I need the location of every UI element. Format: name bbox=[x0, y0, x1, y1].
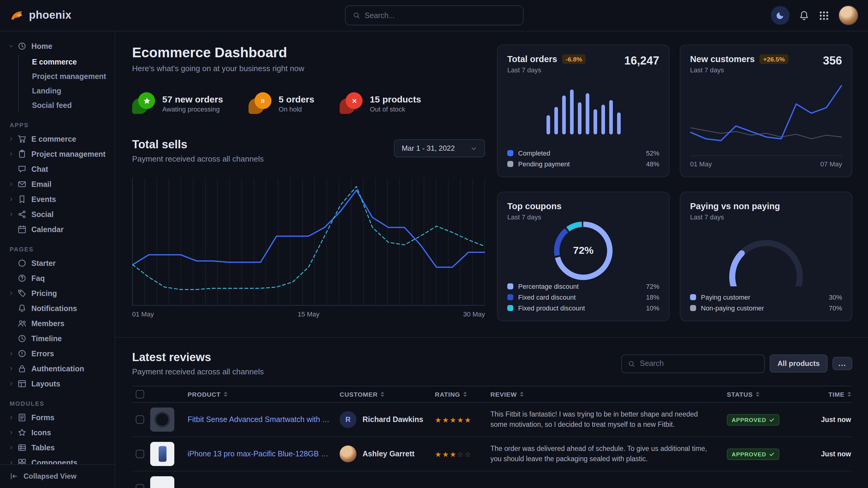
reviews-controls: All products ... bbox=[621, 354, 852, 373]
brand[interactable]: phoenix bbox=[10, 8, 71, 23]
sidebar-item-landing[interactable]: Landing bbox=[32, 84, 115, 98]
total-orders-chart bbox=[507, 73, 659, 150]
x-axis-label: 01 May bbox=[690, 160, 712, 168]
caret-right-icon bbox=[8, 366, 17, 371]
caret-right-icon bbox=[8, 182, 17, 187]
select-all-checkbox[interactable] bbox=[136, 390, 144, 398]
customer-cell: RRichard Dawkins bbox=[340, 411, 435, 428]
stat-subtitle: On hold bbox=[279, 105, 314, 112]
legend-value: 30% bbox=[829, 294, 842, 301]
caret-down-icon bbox=[8, 43, 17, 49]
sidebar-item-e-commerce[interactable]: E commerce bbox=[0, 131, 115, 147]
legend-swatch bbox=[690, 305, 696, 311]
rating-stars: ★★★☆☆ bbox=[435, 450, 472, 459]
legend-label: Percentage discount bbox=[518, 283, 579, 290]
review-time: Just now bbox=[801, 450, 852, 458]
collapsed-view-toggle[interactable]: Collapsed View bbox=[0, 464, 115, 488]
sidebar-item-tables[interactable]: Tables bbox=[0, 440, 115, 455]
sidebar-section-apps: APPS bbox=[10, 122, 115, 128]
question-icon bbox=[18, 274, 27, 283]
sidebar-item-events[interactable]: Events bbox=[0, 192, 115, 207]
legend-value: 72% bbox=[646, 283, 659, 290]
customer-name: Ashley Garrett bbox=[363, 450, 414, 458]
grid4-icon bbox=[18, 458, 27, 464]
rating-stars: ★★★★★ bbox=[435, 416, 472, 424]
more-options-button[interactable]: ... bbox=[832, 357, 852, 370]
sidebar-item-pricing[interactable]: Pricing bbox=[0, 286, 115, 301]
latest-reviews-section: Latest reviews Payment received across a… bbox=[132, 351, 852, 488]
sidebar-item-faq[interactable]: Faq bbox=[0, 271, 115, 286]
paying-period: Last 7 days bbox=[690, 214, 842, 221]
reviews-search-input[interactable] bbox=[640, 359, 758, 368]
sidebar-item-errors[interactable]: Errors bbox=[0, 346, 115, 361]
user-avatar[interactable] bbox=[838, 5, 858, 25]
customer-name: Richard Dawkins bbox=[363, 415, 423, 424]
notifications-button[interactable] bbox=[799, 10, 809, 21]
legend-row: Fixed card discount18% bbox=[507, 294, 659, 301]
new-customers-card: New customers +26.5% Last 7 days 356 01 … bbox=[680, 44, 852, 177]
apps-grid-button[interactable] bbox=[818, 10, 829, 21]
sidebar-item-chat[interactable]: Chat bbox=[0, 162, 115, 176]
review-row: Fitbit Sense Advanced Smartwatch with To… bbox=[132, 403, 852, 437]
sidebar-item-members[interactable]: Members bbox=[0, 316, 115, 331]
row-checkbox[interactable] bbox=[136, 450, 144, 458]
total-orders-badge: -6.8% bbox=[562, 54, 586, 64]
legend-value: 48% bbox=[646, 160, 659, 168]
row-checkbox[interactable] bbox=[136, 415, 144, 424]
sort-icon bbox=[756, 392, 760, 397]
sidebar-item-project-management[interactable]: Project management bbox=[32, 69, 115, 84]
clock-icon bbox=[18, 42, 27, 51]
legend-label: Fixed product discount bbox=[518, 304, 585, 312]
column-header-rating[interactable]: RATING bbox=[435, 391, 490, 398]
legend-swatch bbox=[507, 161, 513, 167]
sidebar-item-email[interactable]: Email bbox=[0, 176, 115, 192]
reviews-search[interactable] bbox=[621, 354, 765, 373]
sidebar-item-social[interactable]: Social bbox=[0, 207, 115, 222]
sidebar-item-calendar[interactable]: Calendar bbox=[0, 222, 115, 237]
stat-57-new-orders: 57 new ordersAwating processing bbox=[132, 92, 223, 114]
caret-right-icon bbox=[8, 197, 17, 202]
sidebar-item-social-feed[interactable]: Social feed bbox=[32, 98, 115, 113]
total-sells-x-axis: 01 May15 May30 May bbox=[132, 311, 485, 318]
sidebar-item-components[interactable]: Components bbox=[0, 455, 115, 464]
row-checkbox[interactable] bbox=[136, 484, 144, 488]
sidebar-item-e-commerce[interactable]: E commerce bbox=[32, 55, 115, 69]
latest-reviews-subtitle: Payment received across all channels bbox=[132, 367, 264, 376]
customer-avatar bbox=[340, 446, 356, 462]
caret-right-icon bbox=[8, 151, 17, 157]
sidebar-item-authentication[interactable]: Authentication bbox=[0, 361, 115, 376]
kpi-cards-grid: Total orders -6.8% Last 7 days 16,247 Co… bbox=[497, 44, 852, 321]
legend-swatch bbox=[507, 294, 513, 300]
theme-toggle-button[interactable] bbox=[771, 6, 789, 25]
paying-title: Paying vs non paying bbox=[690, 201, 842, 211]
sidebar-item-timeline[interactable]: Timeline bbox=[0, 331, 115, 346]
x-axis-label: 07 May bbox=[820, 160, 842, 168]
sidebar-item-layouts[interactable]: Layouts bbox=[0, 376, 115, 391]
page-subtitle: Here's what's going on at your business … bbox=[132, 64, 485, 73]
column-header-customer[interactable]: CUSTOMER bbox=[340, 391, 435, 398]
sidebar-item-notifications[interactable]: Notifications bbox=[0, 301, 115, 316]
sidebar-item-icons[interactable]: Icons bbox=[0, 425, 115, 440]
app: phoenix HomeE commerceProject management… bbox=[0, 0, 868, 488]
sidebar-item-project-management[interactable]: Project management bbox=[0, 147, 115, 162]
sidebar-item-forms[interactable]: Forms bbox=[0, 410, 115, 425]
column-header-time[interactable]: TIME bbox=[801, 391, 852, 398]
navbar-search[interactable] bbox=[345, 5, 523, 25]
column-header-status[interactable]: STATUS bbox=[727, 391, 801, 398]
sidebar-item-home[interactable]: Home bbox=[0, 39, 115, 54]
all-products-button[interactable]: All products bbox=[770, 355, 828, 372]
total-sells-title: Total sells bbox=[132, 138, 264, 151]
sidebar-item-starter[interactable]: Starter bbox=[0, 256, 115, 271]
column-header-product[interactable]: PRODUCT bbox=[188, 391, 340, 398]
column-header-review[interactable]: REVIEW bbox=[490, 391, 727, 398]
new-customers-value: 356 bbox=[823, 54, 842, 73]
product-link[interactable]: iPhone 13 pro max-Pacific Blue-128GB sto… bbox=[188, 450, 340, 458]
navbar-search-input[interactable] bbox=[365, 11, 516, 20]
product-link[interactable]: Fitbit Sense Advanced Smartwatch with To… bbox=[188, 415, 340, 424]
x-icon bbox=[340, 92, 363, 114]
caret-right-icon bbox=[8, 351, 17, 356]
date-range-select[interactable]: Mar 1 - 31, 2022 bbox=[394, 139, 485, 157]
new-customers-period: Last 7 days bbox=[690, 66, 788, 73]
share-icon bbox=[18, 210, 27, 219]
legend-swatch bbox=[507, 283, 513, 289]
